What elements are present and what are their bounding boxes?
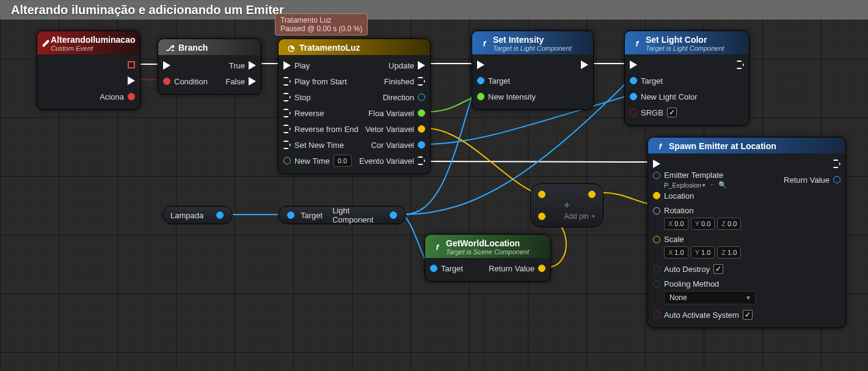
add-pin-button[interactable]: +: [591, 212, 596, 221]
play-pin[interactable]: [283, 61, 291, 70]
exec-in-pin[interactable]: [630, 61, 637, 69]
auto-destroy-pin[interactable]: [653, 265, 660, 273]
finished-pin[interactable]: [418, 77, 425, 86]
scale-z-input[interactable]: Z1.0: [717, 246, 741, 259]
node-custom-event[interactable]: AlterandoIluminacao Custom Event Aciona: [37, 31, 140, 110]
pin-label: Return Value: [784, 175, 830, 185]
float-var-pin[interactable]: [418, 109, 425, 117]
pin-label: Rotation: [664, 206, 693, 215]
pin-label: Target: [641, 76, 663, 86]
reroute-node[interactable]: + Add pin+: [530, 183, 604, 227]
rot-z-input[interactable]: Z0.0: [717, 218, 741, 230]
rot-x-input[interactable]: X0.0: [664, 218, 688, 230]
function-icon: [632, 39, 642, 48]
return-value-pin[interactable]: [538, 265, 545, 272]
return-value-pin[interactable]: [833, 176, 841, 183]
direction-pin[interactable]: [418, 94, 425, 101]
node-subtitle: Target is Light Component: [646, 45, 724, 52]
exec-out-pin[interactable]: [737, 61, 744, 69]
reroute-in-pin-1[interactable]: [538, 191, 545, 198]
srgb-checkbox[interactable]: ✓: [667, 108, 677, 117]
scale-y-input[interactable]: Y1.0: [691, 246, 715, 259]
node-subtitle: Target is Scene Component: [446, 248, 529, 255]
pooling-method-dropdown[interactable]: None: [664, 291, 756, 304]
pin-label: Aciona: [100, 92, 124, 101]
lampada-out-pin[interactable]: [216, 211, 224, 219]
node-timeline[interactable]: TratamentoLuz Play Update Play from Star…: [278, 39, 431, 174]
target-in-pin[interactable]: [287, 211, 294, 219]
aciona-pin[interactable]: [128, 93, 135, 100]
newtime-pin[interactable]: [283, 157, 291, 164]
reverse-pin[interactable]: [283, 109, 291, 117]
rotation-pin[interactable]: [653, 207, 660, 215]
pin-label: Reverse: [294, 109, 324, 118]
node-header[interactable]: ⎇ Branch: [158, 39, 261, 55]
exec-out-pin[interactable]: [833, 160, 841, 168]
node-subtitle: Custom Event: [51, 45, 135, 52]
component-target-cast[interactable]: Target Light Component: [278, 206, 406, 224]
emitter-template-value[interactable]: P_Explosion: [664, 182, 701, 189]
node-header[interactable]: AlterandoIluminacao Custom Event: [37, 31, 140, 54]
target-in-pin[interactable]: [430, 265, 437, 272]
play-start-pin[interactable]: [283, 77, 291, 86]
pin-label: Pooling Method: [664, 279, 719, 288]
stop-pin[interactable]: [283, 93, 291, 101]
exec-in-pin[interactable]: [163, 61, 170, 70]
node-set-light-color[interactable]: Set Light Color Target is Light Componen…: [624, 31, 749, 126]
event-var-pin[interactable]: [418, 156, 425, 165]
node-header[interactable]: Spawn Emitter at Location: [648, 138, 845, 153]
debug-tooltip: Tratamento Luz Paused @ 0.00 s (0.0 %): [275, 13, 368, 35]
newtime-value[interactable]: 0.0: [334, 155, 352, 167]
auto-destroy-checkbox[interactable]: ✓: [713, 264, 723, 274]
scale-x-input[interactable]: X1.0: [664, 246, 688, 259]
node-title: Set Intensity: [493, 35, 544, 45]
node-get-world-location[interactable]: GetWorldLocation Target is Scene Compone…: [425, 234, 551, 282]
scale-pin[interactable]: [653, 236, 660, 243]
plus-icon: +: [564, 200, 571, 211]
color-var-pin[interactable]: [418, 141, 425, 149]
pin-label: False: [225, 77, 245, 86]
node-header[interactable]: TratamentoLuz: [279, 39, 430, 55]
find-icon[interactable]: 🔍: [718, 181, 727, 189]
emitter-template-pin[interactable]: [653, 172, 660, 179]
variable-lampada[interactable]: Lampada: [162, 206, 233, 224]
rot-y-input[interactable]: Y0.0: [691, 218, 715, 230]
pooling-method-pin[interactable]: [653, 281, 660, 288]
condition-pin[interactable]: [163, 78, 170, 85]
node-spawn-emitter[interactable]: Spawn Emitter at Location Emitter Templa…: [647, 137, 846, 328]
lightcomp-out-pin[interactable]: [390, 211, 397, 219]
exec-in-pin[interactable]: [653, 160, 660, 168]
auto-activate-pin[interactable]: [653, 311, 660, 318]
new-intensity-pin[interactable]: [477, 93, 484, 100]
function-icon: [655, 142, 665, 151]
pin-label: Return Value: [489, 264, 534, 273]
srgb-pin[interactable]: [630, 109, 637, 116]
reroute-in-pin-2[interactable]: [538, 213, 545, 220]
node-set-intensity[interactable]: Set Intensity Target is Light Component …: [472, 31, 594, 110]
update-pin[interactable]: [418, 61, 425, 70]
exec-in-pin[interactable]: [477, 61, 484, 69]
location-pin[interactable]: [653, 192, 660, 199]
target-pin[interactable]: [630, 77, 637, 84]
false-pin[interactable]: [249, 77, 256, 86]
reroute-out-pin-1[interactable]: [588, 191, 596, 198]
node-branch[interactable]: ⎇ Branch True Condition False: [158, 39, 261, 95]
delegate-pin[interactable]: [128, 61, 135, 68]
target-pin[interactable]: [477, 77, 484, 84]
node-header[interactable]: Set Intensity Target is Light Component: [472, 31, 593, 54]
true-pin[interactable]: [249, 61, 256, 70]
setnewtime-pin[interactable]: [283, 141, 291, 149]
pin-label: Update: [388, 61, 414, 70]
vector-var-pin[interactable]: [418, 125, 425, 133]
new-light-color-pin[interactable]: [630, 93, 637, 100]
node-header[interactable]: Set Light Color Target is Light Componen…: [625, 31, 749, 54]
exec-out-pin[interactable]: [581, 61, 588, 69]
auto-activate-checkbox[interactable]: ✓: [743, 310, 753, 320]
reverse-end-pin[interactable]: [283, 125, 291, 133]
node-header[interactable]: GetWorldLocation Target is Scene Compone…: [425, 235, 550, 258]
exec-out-pin[interactable]: [128, 76, 135, 85]
pin-label: Evento Variavel: [359, 156, 414, 166]
pin-label: Finished: [384, 77, 414, 86]
add-pin-label: Add pin: [564, 212, 589, 221]
browse-icon[interactable]: ←: [709, 181, 716, 189]
